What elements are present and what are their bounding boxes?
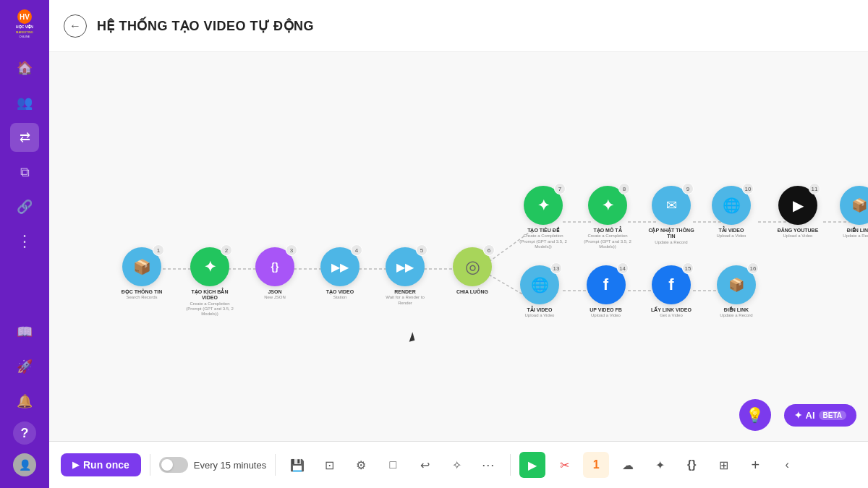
node-dien-link-top[interactable]: 📦 12 ĐIỀN LINK Update a Record (830, 186, 868, 239)
svg-text:ONLINE: ONLINE (20, 35, 30, 38)
node-tai-video-top[interactable]: 🌐 10 TẢI VIDEO Upload a Video (706, 186, 757, 239)
svg-text:MARKETING: MARKETING (16, 30, 33, 34)
divider-1 (150, 454, 150, 476)
number-icon-button[interactable]: 1 (583, 452, 609, 478)
sidebar-item-more[interactable]: ⋮ (10, 227, 39, 256)
node-chia-luong[interactable]: ◎ 6 CHIA LUÔNG (447, 247, 498, 295)
sidebar: HV HỌC VIỆN MARKETING ONLINE 🏠 👥 ⇄ ⧉ 🔗 ⋮… (0, 0, 49, 488)
code-brackets-button[interactable]: {} (678, 452, 705, 478)
logo: HV HỌC VIỆN MARKETING ONLINE (6, 6, 43, 43)
divider-2 (275, 454, 276, 476)
node-json[interactable]: {} 3 JSON New JSON (250, 247, 300, 301)
bottom-toolbar: ▶ Run once Every 15 minutes 💾 ⊡ ⚙ □ ↩ ✧ … (49, 441, 868, 488)
node-dien-link-bottom[interactable]: 📦 16 ĐIỀN LINK Update a Record (707, 265, 765, 319)
sidebar-item-help[interactable]: ? (13, 421, 36, 445)
cursor (407, 332, 415, 342)
node-tao-mo-ta[interactable]: ✦ 8 TẠO MÔ TẢ Create a Completion (Promp… (579, 186, 637, 249)
header: ← HỆ THỐNG TẠO VIDEO TỰ ĐỘNG (49, 0, 868, 52)
play-icon: ▶ (72, 460, 79, 470)
svg-text:HV: HV (20, 13, 30, 21)
sidebar-item-rocket[interactable]: 🚀 (10, 352, 39, 381)
divider-3 (510, 454, 511, 476)
workflow-connections (49, 52, 868, 441)
node-tao-video[interactable]: ▶▶ 4 TẠO VIDEO Station (315, 247, 365, 301)
ai-small-button[interactable]: ✦ (647, 452, 673, 478)
sidebar-item-book[interactable]: 📖 (10, 317, 39, 346)
note-button[interactable]: □ (380, 452, 406, 478)
node-lay-link-video[interactable]: f 15 LẤY LINK VIDEO Get a Video (642, 265, 700, 319)
node-dang-youtube[interactable]: ▶ 11 ĐĂNG YOUTUBE Upload a Video (769, 186, 827, 239)
sidebar-item-bell[interactable]: 🔔 (10, 387, 39, 416)
toggle-thumb (161, 459, 173, 471)
run-icon-button[interactable]: ▶ (519, 452, 545, 478)
ai-label: AI (806, 410, 815, 421)
sidebar-item-avatar[interactable]: 👤 (10, 450, 39, 479)
sidebar-item-users[interactable]: 👥 (10, 88, 39, 117)
node-tao-kich-ban[interactable]: ✦ 2 TẠO KỊCH BẢN VIDEO Create a Completi… (181, 247, 239, 317)
page-title: HỆ THỐNG TẠO VIDEO TỰ ĐỘNG (97, 18, 314, 34)
grid-view-button[interactable]: ⊞ (710, 452, 736, 478)
back-button[interactable]: ← (64, 14, 87, 38)
undo-button[interactable]: ↩ (412, 452, 438, 478)
beta-badge: BETA (819, 411, 846, 420)
upload-cloud-button[interactable]: ☁ (615, 452, 641, 478)
node-tao-tieu-de[interactable]: ✦ 7 TẠO TIÊU ĐỀ Create a Completion (Pro… (514, 186, 572, 249)
node-doc-thong-tin[interactable]: 📦 1 ĐỌC THÔNG TIN Search Records (116, 247, 167, 301)
svg-text:HỌC VIỆN: HỌC VIỆN (16, 24, 33, 29)
sidebar-item-home[interactable]: 🏠 (10, 53, 39, 82)
more-dots-button[interactable]: ··· (475, 452, 501, 478)
magic-button[interactable]: ✧ (443, 452, 469, 478)
ai-button[interactable]: ✦ AI BETA (784, 404, 856, 427)
schedule-toggle[interactable]: Every 15 minutes (159, 457, 266, 473)
node-tai-video-bottom[interactable]: 🌐 13 TẢI VIDEO Upload a Video (514, 265, 565, 319)
ai-icon: ✦ (794, 410, 802, 421)
sidebar-item-link[interactable]: 🔗 (10, 192, 39, 221)
schedule-label: Every 15 minutes (194, 460, 266, 471)
node-cap-nhat-thong-tin[interactable]: ✉ 9 CẬP NHẬT THÔNG TIN Update a Record (642, 186, 700, 245)
add-node-button[interactable]: + (742, 452, 768, 478)
sidebar-item-puzzle[interactable]: ⧉ (10, 158, 39, 187)
workflow-canvas[interactable]: 📦 1 ĐỌC THÔNG TIN Search Records ✦ 2 TẠO… (49, 52, 868, 441)
run-once-label: Run once (83, 459, 129, 471)
node-render[interactable]: ▶▶ 5 RENDER Wait for a Render to Render (380, 247, 430, 306)
toggle-track[interactable] (159, 457, 188, 473)
sidebar-item-share[interactable]: ⇄ (10, 123, 39, 152)
collapse-button[interactable]: ‹ (774, 452, 800, 478)
run-once-button[interactable]: ▶ Run once (61, 453, 141, 476)
main-area: ← HỆ THỐNG TẠO VIDEO TỰ ĐỘNG (49, 0, 868, 488)
node-up-video-fb[interactable]: f 14 UP VIDEO FB Upload a Video (579, 265, 633, 319)
save-button[interactable]: 💾 (284, 452, 310, 478)
settings-button[interactable]: ⚙ (348, 452, 374, 478)
cut-icon-button[interactable]: ✂ (551, 452, 577, 478)
idea-button[interactable]: 💡 (739, 399, 771, 431)
screen-button[interactable]: ⊡ (316, 452, 342, 478)
